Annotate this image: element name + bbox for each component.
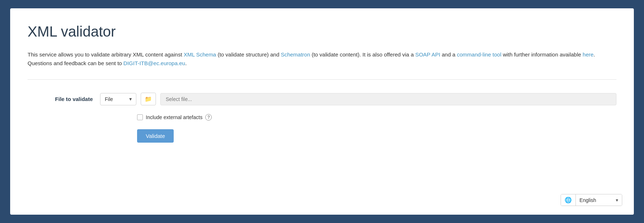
divider [28,79,616,80]
file-validate-row: File to validate File URI String ▼ 📁 [42,93,616,105]
email-link[interactable]: DIGIT-ITB@ec.europa.eu [123,60,185,66]
folder-icon: 📁 [145,96,152,102]
form-section: File to validate File URI String ▼ 📁 Inc… [42,93,616,143]
file-label: File to validate [42,96,93,102]
file-type-select[interactable]: File URI String [100,93,136,105]
here-link[interactable]: here [583,51,594,58]
globe-icon: 🌐 [565,197,572,203]
footer-language-section: 🌐 English French German Spanish ▼ [561,194,622,206]
desc-text-2: (to validate structure) and [216,51,281,58]
soap-api-link[interactable]: SOAP API [415,51,440,58]
validate-button[interactable]: Validate [137,129,174,143]
xml-schema-link[interactable]: XML Schema [183,51,216,58]
main-container: XML validator This service allows you to… [10,8,634,215]
validate-btn-row: Validate [137,129,616,143]
desc-text-5: with further information available [501,51,583,58]
browse-folder-button[interactable]: 📁 [141,93,156,105]
page-title: XML validator [28,23,616,40]
file-input[interactable] [160,93,616,105]
desc-text-7: . [185,60,187,66]
globe-cell: 🌐 [561,194,576,206]
file-type-select-wrapper: File URI String ▼ [100,93,136,105]
language-select[interactable]: English French German Spanish [576,194,612,206]
cli-link[interactable]: command-line tool [457,51,501,58]
language-container: 🌐 English French German Spanish ▼ [561,194,622,206]
language-chevron-icon: ▼ [612,194,622,206]
help-icon[interactable]: ? [205,114,212,121]
desc-text-1: This service allows you to validate arbi… [28,51,183,58]
desc-text-4: and a [440,51,457,58]
external-artefacts-checkbox[interactable] [137,114,143,120]
checkbox-row: Include external artefacts ? [137,114,616,121]
external-artefacts-label: Include external artefacts [146,114,202,120]
schematron-link[interactable]: Schematron [281,51,310,58]
desc-text-3: (to validate content). It is also offere… [310,51,415,58]
description-text: This service allows you to validate arbi… [28,50,616,68]
